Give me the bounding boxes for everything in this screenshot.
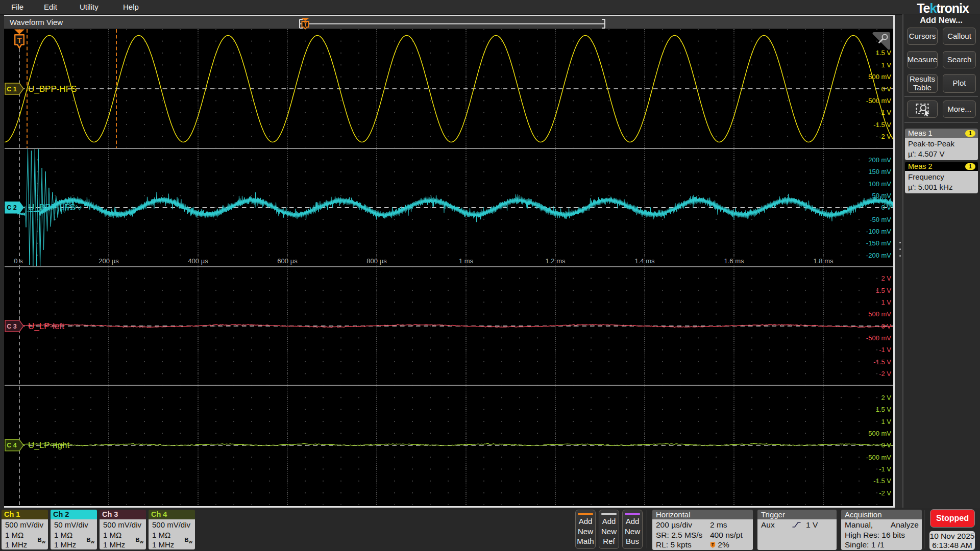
svg-text:U_BPP-HFS: U_BPP-HFS	[28, 84, 77, 94]
svg-text:-100 mV: -100 mV	[866, 228, 891, 235]
svg-text:800 µs: 800 µs	[366, 257, 387, 265]
svg-text:500 mV: 500 mV	[868, 73, 891, 81]
svg-text:500 mV: 500 mV	[868, 430, 891, 437]
svg-text:-1 V: -1 V	[879, 465, 891, 473]
svg-text:2 V: 2 V	[881, 394, 891, 402]
svg-text:100 mV: 100 mV	[868, 180, 891, 188]
svg-text:600 µs: 600 µs	[277, 257, 298, 265]
svg-text:-500 mV: -500 mV	[866, 454, 891, 461]
svg-text:1 V: 1 V	[881, 298, 891, 306]
svg-text:U_BPP-LFS: U_BPP-LFS	[28, 203, 76, 212]
svg-text:-1 V: -1 V	[879, 346, 891, 354]
svg-text:-500 mV: -500 mV	[866, 97, 891, 105]
svg-text:C 4: C 4	[7, 442, 17, 449]
svg-text:1 ms: 1 ms	[459, 257, 474, 265]
svg-text:150 mV: 150 mV	[868, 168, 891, 176]
svg-text:C 2: C 2	[7, 204, 17, 211]
svg-text:200 µs: 200 µs	[99, 257, 119, 265]
svg-text:0 V: 0 V	[881, 441, 891, 449]
svg-text:500 mV: 500 mV	[868, 310, 891, 318]
svg-text:C 3: C 3	[7, 323, 17, 330]
svg-text:-2 V: -2 V	[879, 489, 891, 497]
svg-text:1 V: 1 V	[881, 418, 891, 425]
svg-text:U_LP-left: U_LP-left	[28, 321, 64, 331]
svg-text:0 s: 0 s	[14, 257, 23, 265]
svg-text:T: T	[304, 21, 307, 28]
svg-text:0 V: 0 V	[881, 322, 891, 330]
svg-text:-50 mV: -50 mV	[870, 216, 891, 223]
svg-text:1.5 V: 1.5 V	[876, 287, 892, 294]
svg-text:1.5 V: 1.5 V	[876, 406, 892, 413]
svg-text:T: T	[17, 36, 21, 44]
svg-text:1 V: 1 V	[881, 61, 891, 69]
svg-text:-500 mV: -500 mV	[866, 334, 891, 342]
svg-text:-1.5 V: -1.5 V	[873, 358, 891, 366]
svg-text:1.2 ms: 1.2 ms	[545, 257, 566, 265]
svg-text:-1 V: -1 V	[879, 109, 891, 116]
svg-text:-150 mV: -150 mV	[866, 239, 891, 247]
svg-text:0 V: 0 V	[881, 204, 891, 211]
svg-text:200 mV: 200 mV	[868, 156, 891, 164]
svg-text:50 mV: 50 mV	[872, 192, 891, 199]
svg-text:-1.5 V: -1.5 V	[873, 477, 891, 485]
svg-text:0 V: 0 V	[881, 85, 891, 93]
svg-text:-2 V: -2 V	[879, 370, 891, 378]
svg-text:C 1: C 1	[7, 86, 17, 93]
svg-text:400 µs: 400 µs	[188, 257, 208, 265]
svg-text:-1.5 V: -1.5 V	[873, 121, 891, 129]
svg-text:1.6 ms: 1.6 ms	[724, 257, 744, 265]
svg-text:1.5 V: 1.5 V	[876, 49, 892, 57]
svg-text:2 V: 2 V	[881, 274, 891, 282]
svg-text:-200 mV: -200 mV	[866, 252, 891, 259]
svg-text:U_LP-right: U_LP-right	[28, 440, 70, 450]
svg-text:1.4 ms: 1.4 ms	[634, 257, 655, 265]
svg-text:-2 V: -2 V	[879, 133, 891, 140]
svg-text:1.8 ms: 1.8 ms	[813, 257, 834, 265]
